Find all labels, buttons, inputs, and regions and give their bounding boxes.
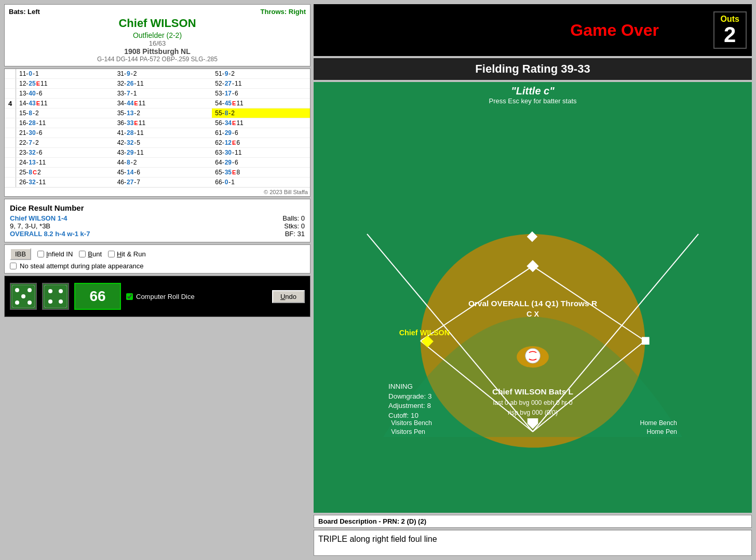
ibb-button[interactable]: IBB <box>10 248 31 260</box>
hit-run-checkbox[interactable] <box>108 251 115 257</box>
bats-throws-row: Bats: Left Throws: Right <box>9 8 306 16</box>
svg-point-9 <box>48 299 52 304</box>
field-title: "Little c" <box>314 82 752 97</box>
result-col: 11- 0 - 1 <box>16 69 114 79</box>
stks-val: Stks: 0 <box>282 222 305 230</box>
row-num-11 <box>5 168 16 177</box>
row-num-2 <box>5 79 16 89</box>
result-entry: 62- 12 E 6 <box>214 139 308 147</box>
result-col: 31- 9 - 2 <box>114 69 212 79</box>
result-entry: 23- 32 - 6 <box>18 148 112 157</box>
field-container: "Little c" Press Esc key for batter stat… <box>314 82 752 513</box>
copyright: © 2023 Bill Staffa <box>5 188 310 196</box>
dice-left: Chief WILSON 1-4 9, 7, 3-U, *3B OVERALL … <box>10 214 282 238</box>
no-steal-checkbox[interactable] <box>10 263 17 269</box>
result-col: 56- 34 E 11 <box>212 118 310 128</box>
result-entry: 24- 13 - 11 <box>18 158 112 167</box>
result-entry: 42- 32 - 5 <box>116 139 210 147</box>
result-entry: 11- 0 - 1 <box>18 70 112 78</box>
undo-button[interactable]: Undo <box>272 290 305 303</box>
result-col: 22- 7 - 2 <box>16 138 114 148</box>
result-entry: 26- 32 - 11 <box>18 178 112 186</box>
result-col: 24- 13 - 11 <box>16 158 114 168</box>
result-entry: 21- 30 - 6 <box>18 129 112 137</box>
throws-label: Throws: Right <box>261 8 306 16</box>
overall-text: OVERALL 8.2 h-4 w-1 k-7 <box>10 230 282 238</box>
pitcher-sub-text: C X <box>526 310 539 318</box>
dice-result-title: Dice Result Number <box>10 203 305 212</box>
result-entry: 36- 33 E 11 <box>116 119 210 127</box>
result-entry: 35- 13 - 2 <box>116 109 210 117</box>
pitcher-text: Orval OVERALL (14 Q1) Throws R <box>468 299 597 308</box>
result-entry: 32- 26 - 11 <box>116 79 210 88</box>
balls-number: 0 <box>301 214 305 222</box>
stks-label: Stks: <box>284 222 299 230</box>
adjustment-text: Adjustment: 8 <box>388 402 431 409</box>
controls-row: IBB Infield IN Bunt Hit & Run <box>10 248 305 260</box>
result-entry: 51- 9 - 2 <box>214 70 308 78</box>
result-col: 51- 9 - 2 <box>212 69 310 79</box>
board-desc-text: TRIPLE along right field foul line <box>314 530 752 556</box>
svg-point-3 <box>21 294 25 298</box>
result-col: 63- 30 - 11 <box>212 148 310 158</box>
result-entry: 54- 45 E 11 <box>214 99 308 107</box>
dice-result-text: 9, 7, 3-U, *3B <box>10 222 282 230</box>
row-num-3 <box>5 89 16 99</box>
cutoff-text: Cutoff: 10 <box>388 412 419 419</box>
dice-result-panel: Dice Result Number Chief WILSON 1-4 9, 7… <box>4 199 310 242</box>
result-col: 21- 30 - 6 <box>16 128 114 138</box>
infield-in-checkbox[interactable] <box>37 251 44 257</box>
game-over-bar: Game Over Outs 2 <box>314 4 752 56</box>
result-col: 25- 8 C 2 <box>16 168 114 177</box>
game-over-text: Game Over <box>516 21 713 40</box>
result-col: 46- 27 - 7 <box>114 177 212 187</box>
dice-right: Balls: 0 Stks: 0 BF: 31 <box>282 214 305 238</box>
result-col: 14- 43 E 11 <box>16 99 114 108</box>
result-entry: 33- 7 - 1 <box>116 89 210 98</box>
player-at-bat: Chief WILSON 1-4 <box>10 214 282 222</box>
team-row: 1908 Pittsburgh NL <box>9 47 306 56</box>
bunt-checkbox[interactable] <box>79 251 86 257</box>
main-container: Bats: Left Throws: Right Chief WILSON Ou… <box>0 0 756 560</box>
outs-number: 2 <box>721 24 739 46</box>
result-col: 34- 44 E 11 <box>114 99 212 108</box>
row-num-6 <box>5 118 16 128</box>
computer-roll-label[interactable]: Computer Roll Dice <box>126 293 195 301</box>
svg-point-10 <box>59 299 63 304</box>
outs-box: Outs 2 <box>713 11 747 49</box>
result-entry: 12- 25 E 11 <box>18 79 112 88</box>
balls-label: Balls: <box>282 214 299 222</box>
bunt-checkbox-label[interactable]: Bunt <box>79 250 102 258</box>
result-col: 15- 8 - 2 <box>16 108 114 118</box>
result-entry: 25- 8 C 2 <box>18 168 112 176</box>
dice-icon-2 <box>42 283 69 310</box>
bats-label: Bats: Left <box>9 8 40 16</box>
computer-roll-checkbox[interactable] <box>126 293 133 300</box>
infield-in-checkbox-label[interactable]: Infield IN <box>37 250 73 258</box>
visitors-bench-text: Visitors Bench <box>391 419 432 427</box>
bunt-label: Bunt <box>88 250 102 258</box>
dice-svg-1 <box>12 285 35 308</box>
svg-point-5 <box>28 301 32 305</box>
result-col: 61- 29 - 6 <box>212 128 310 138</box>
field-subtitle: Press Esc key for batter stats <box>314 97 752 105</box>
result-entry: 13- 40 - 6 <box>18 89 112 98</box>
row-num-12 <box>5 177 16 187</box>
stks-number: 0 <box>301 222 305 230</box>
result-col: 12- 25 E 11 <box>16 79 114 89</box>
bf-val: BF: 31 <box>282 230 305 238</box>
result-col: 26- 32 - 11 <box>16 177 114 187</box>
svg-point-1 <box>15 288 19 292</box>
player-card: Bats: Left Throws: Right Chief WILSON Ou… <box>4 4 310 66</box>
home-bench-text: Home Bench <box>640 419 677 427</box>
result-entry: 43- 29 - 11 <box>116 148 210 157</box>
result-col: 41- 28 - 11 <box>114 128 212 138</box>
svg-rect-25 <box>642 337 649 345</box>
svg-point-8 <box>59 289 63 293</box>
result-col: 54- 45 E 11 <box>212 99 310 108</box>
result-entry: 22- 7 - 2 <box>18 139 112 147</box>
controls-panel: IBB Infield IN Bunt Hit & Run No steal a… <box>4 244 310 274</box>
result-entry: 65- 35 E 8 <box>214 168 308 176</box>
result-entry: 56- 34 E 11 <box>214 119 308 127</box>
hit-run-checkbox-label[interactable]: Hit & Run <box>108 250 146 258</box>
